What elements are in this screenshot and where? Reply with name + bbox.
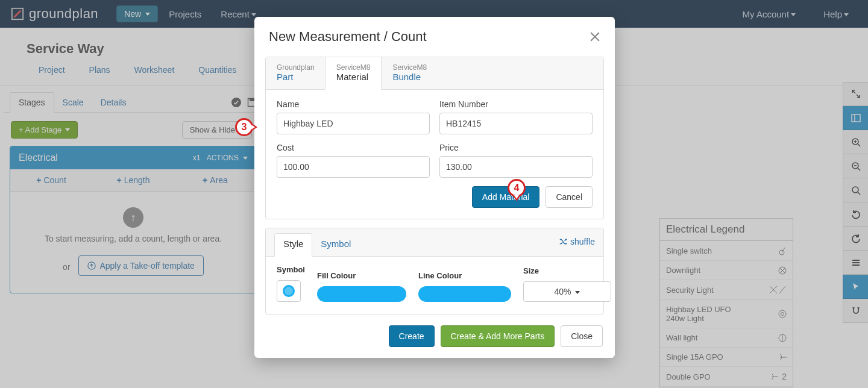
style-tab-symbol[interactable]: Symbol: [312, 234, 359, 256]
tab-material[interactable]: ServiceM8Material: [325, 57, 382, 90]
size-label: Size: [523, 266, 611, 275]
line-colour-picker[interactable]: [418, 286, 511, 302]
caret-down-icon: [575, 291, 580, 294]
fill-colour-picker[interactable]: [317, 286, 406, 302]
cancel-button[interactable]: Cancel: [546, 186, 593, 208]
new-measurement-modal: New Measurement / Count GroundplanPart S…: [254, 17, 615, 358]
price-input[interactable]: [439, 156, 593, 178]
item-number-label: Item Number: [439, 99, 593, 109]
create-button[interactable]: Create: [389, 325, 435, 347]
item-number-input[interactable]: [439, 113, 593, 134]
name-label: Name: [277, 99, 430, 109]
symbol-preview-icon: [283, 285, 295, 297]
symbol-label: Symbol: [277, 265, 305, 274]
annotation-3: 3: [235, 118, 253, 136]
cost-input[interactable]: [277, 156, 430, 178]
close-button[interactable]: Close: [561, 325, 603, 347]
symbol-picker[interactable]: [277, 280, 301, 302]
style-tab-style[interactable]: Style: [274, 233, 312, 257]
tab-part[interactable]: GroundplanPart: [266, 57, 326, 89]
name-input[interactable]: [277, 113, 430, 134]
modal-title: New Measurement / Count: [269, 29, 427, 45]
shuffle-icon: [559, 237, 567, 246]
price-label: Price: [439, 143, 593, 152]
annotation-4: 4: [508, 179, 526, 197]
size-select[interactable]: 40%: [523, 281, 611, 302]
tab-bundle[interactable]: ServiceM8Bundle: [382, 57, 438, 89]
cost-label: Cost: [277, 143, 430, 152]
fill-colour-label: Fill Colour: [317, 271, 406, 280]
add-material-button[interactable]: Add Material: [472, 186, 540, 208]
shuffle-button[interactable]: shuffle: [559, 237, 595, 252]
line-colour-label: Line Colour: [418, 271, 511, 280]
create-add-more-button[interactable]: Create & Add More Parts: [441, 325, 555, 347]
close-icon[interactable]: [590, 31, 600, 42]
